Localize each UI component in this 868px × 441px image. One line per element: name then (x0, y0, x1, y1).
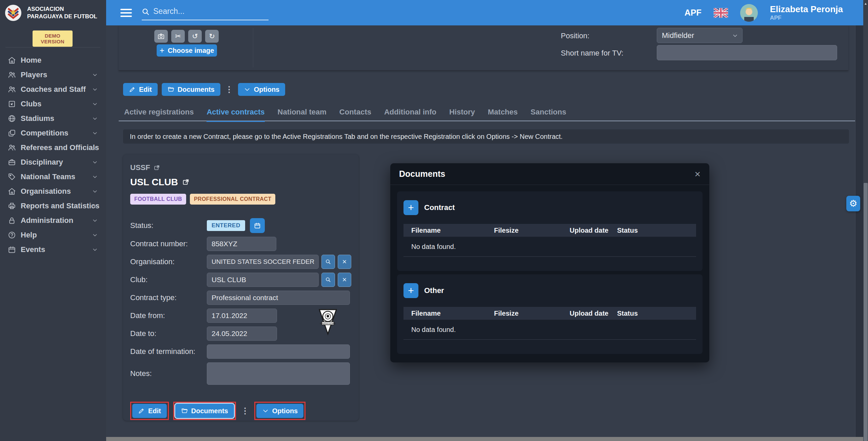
org-name: ASOCIACION PARAGUAYA DE FUTBOL (27, 5, 98, 20)
contract-card-actions: Edit Documents ⋮ Options (130, 402, 352, 420)
topbar-right: APF Elizabe (685, 0, 843, 25)
contract-number-input[interactable] (207, 237, 276, 251)
organisation-row: Organisation: × (130, 255, 352, 269)
club-link[interactable]: USL CLUB (130, 177, 352, 188)
calendar-icon (254, 222, 261, 229)
printer-icon (7, 202, 16, 210)
sidebar-item-home[interactable]: Home (0, 53, 106, 67)
contract-form: Status: ENTERED Contract number: Organis… (130, 218, 352, 385)
short-name-input[interactable] (657, 45, 837, 60)
contract-documents-button[interactable]: Documents (175, 404, 234, 418)
sidebar-item-stadiums[interactable]: Stadiums (0, 111, 106, 126)
more-actions-dots-icon[interactable]: ⋮ (241, 406, 249, 416)
sidebar-item-national-teams[interactable]: National Teams (0, 169, 106, 184)
sidebar-item-help[interactable]: Help (0, 228, 106, 242)
tab-history[interactable]: History (449, 108, 475, 122)
chevron-down-icon (92, 72, 98, 78)
sidebar-item-clubs[interactable]: Clubs (0, 97, 106, 111)
close-icon: × (342, 275, 347, 284)
tab-contacts[interactable]: Contacts (339, 108, 371, 122)
club-search-button[interactable] (321, 273, 335, 287)
documents-modal-body: + Contract Filename Filesize Upload date… (390, 185, 709, 360)
documents-section-other: + Other Filename Filesize Upload date St… (397, 274, 703, 354)
position-label: Position: (561, 31, 589, 40)
contract-options-button[interactable]: Options (256, 404, 304, 418)
annotation-box-options: Options (254, 402, 306, 420)
undo-icon: ↺ (192, 32, 198, 40)
club-clear-button[interactable]: × (338, 273, 351, 287)
club-crest-image: ATHLETICO OLYMPIC (318, 308, 337, 339)
language-flag-icon[interactable] (714, 8, 728, 18)
position-select[interactable]: Midfielder (657, 28, 743, 43)
window-bottom-edge (106, 437, 863, 441)
sidebar-item-administration[interactable]: Administration (0, 213, 106, 228)
status-history-button[interactable] (250, 218, 265, 233)
tab-active-contracts[interactable]: Active contracts (206, 108, 264, 122)
sidebar-item-events[interactable]: Events (0, 242, 106, 257)
sidebar-item-reports-and-statistics[interactable]: Reports and Statistics (0, 198, 106, 213)
column-upload-date: Upload date (570, 227, 617, 234)
organisation-clear-button[interactable]: × (338, 255, 351, 269)
sidebar-item-disciplinary[interactable]: Disciplinary (0, 155, 106, 169)
organisation-input[interactable] (207, 255, 319, 269)
sidebar-header: ASOCIACION PARAGUAYA DE FUTBOL (0, 0, 106, 25)
search-icon (142, 8, 150, 16)
choose-image-button[interactable]: + Choose image (157, 44, 217, 57)
documents-section-contract: + Contract Filename Filesize Upload date… (397, 191, 703, 271)
organisation-search-button[interactable] (321, 255, 335, 269)
club-label: Club: (130, 275, 207, 284)
termination-row: Date of termination: (130, 344, 352, 359)
search-input[interactable] (150, 7, 269, 17)
user-name: Elizabeta Peronja (770, 4, 843, 15)
crop-image-button[interactable]: ✂ (171, 30, 185, 43)
tab-additional-info[interactable]: Additional info (384, 108, 436, 122)
tab-sanctions[interactable]: Sanctions (531, 108, 566, 122)
sidebar-item-organisations[interactable]: Organisations (0, 184, 106, 198)
sidebar-item-coaches-and-staff[interactable]: Coaches and Staff (0, 82, 106, 97)
chevron-down-icon (92, 218, 98, 223)
tag-icon (7, 172, 16, 181)
rotate-right-button[interactable]: ↻ (205, 30, 219, 43)
tab-matches[interactable]: Matches (488, 108, 518, 122)
edit-button[interactable]: Edit (123, 83, 158, 96)
sidebar-item-competitions[interactable]: Competitions (0, 126, 106, 140)
chevron-down-icon (92, 203, 98, 209)
contract-edit-button[interactable]: Edit (132, 404, 167, 418)
menu-toggle-icon[interactable] (120, 9, 132, 17)
add-other-document-button[interactable]: + (403, 283, 418, 298)
documents-table-header: Filename Filesize Upload date Status (403, 307, 696, 320)
date-from-label: Date from: (130, 311, 207, 320)
tab-active-registrations[interactable]: Active registrations (124, 108, 194, 122)
user-avatar[interactable] (740, 4, 758, 22)
sidebar-item-referees-and-officials[interactable]: Referees and Officials (0, 140, 106, 155)
documents-button[interactable]: Documents (162, 83, 220, 96)
rotate-left-button[interactable]: ↺ (188, 30, 202, 43)
date-to-input[interactable] (207, 327, 277, 341)
scrollbar-thumb[interactable] (864, 183, 868, 441)
user-menu[interactable]: Elizabeta Peronja APF (770, 4, 843, 21)
calendar-icon (7, 245, 16, 254)
panel-divider (253, 28, 253, 67)
box-arrow-icon (7, 100, 16, 108)
search-box (142, 4, 269, 20)
termination-input[interactable] (207, 344, 350, 359)
close-icon[interactable]: × (694, 169, 701, 179)
add-contract-document-button[interactable]: + (403, 200, 418, 215)
take-photo-button[interactable] (154, 30, 168, 43)
column-filesize: Filesize (494, 310, 570, 317)
browser-scrollbar[interactable]: ▲ (863, 0, 868, 441)
redo-icon: ↻ (209, 32, 215, 40)
column-status: Status (617, 227, 696, 234)
date-from-input[interactable] (207, 309, 277, 323)
more-actions-dots-icon[interactable]: ⋮ (225, 85, 233, 94)
tab-national-team[interactable]: National team (278, 108, 327, 122)
club-row: Club: × (130, 273, 352, 287)
notes-textarea[interactable] (207, 362, 350, 385)
federation-link[interactable]: USSF (130, 163, 352, 172)
sidebar-item-players[interactable]: Players (0, 67, 106, 82)
scroll-up-arrow-icon[interactable]: ▲ (863, 2, 868, 5)
contract-type-input[interactable] (207, 291, 350, 305)
options-button[interactable]: Options (238, 83, 285, 96)
club-input[interactable] (207, 273, 319, 287)
settings-gear-button[interactable]: ⚙ (846, 196, 860, 211)
